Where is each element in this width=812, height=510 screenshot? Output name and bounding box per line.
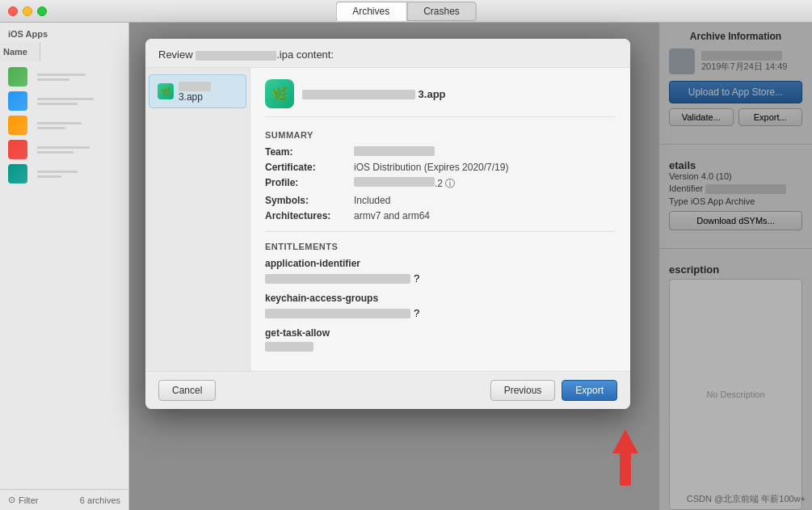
- ent3-value-blurred: [265, 342, 313, 352]
- dialog-file-item[interactable]: 🌿 3.app: [149, 74, 246, 108]
- dialog-action-buttons: Previous Export: [490, 380, 617, 401]
- row-bar: [37, 146, 90, 149]
- maximize-button[interactable]: [37, 6, 47, 16]
- dialog-title: Review .ipa content:: [158, 48, 334, 61]
- titlebar: Archives Crashes: [0, 0, 812, 23]
- export-button[interactable]: Export: [562, 380, 617, 401]
- dialog-backdrop: Review .ipa content: 🌿 3.app 🌿: [129, 23, 812, 510]
- dialog-main: 🌿 3.app SUMMARY Team: Certifica: [250, 68, 630, 371]
- profile-suffix: .2 ⓘ: [435, 177, 455, 191]
- profile-label: Profile:: [265, 177, 354, 191]
- team-value-blurred: [354, 146, 435, 156]
- review-dialog: Review .ipa content: 🌿 3.app 🌿: [145, 39, 630, 409]
- app-name: 3.app: [302, 88, 446, 100]
- ent2-name: keychain-access-groups: [265, 293, 616, 304]
- dialog-file-list: 🌿 3.app: [145, 68, 250, 371]
- row-bar: [37, 74, 86, 76]
- row-bar: [37, 98, 94, 100]
- list-item[interactable]: [0, 89, 128, 113]
- list-item[interactable]: [0, 113, 128, 137]
- blurred-appname: [302, 90, 415, 99]
- cert-label: Certificate:: [265, 162, 354, 173]
- main-layout: iOS Apps Name: [0, 23, 812, 510]
- arch-row: Architectures: armv7 and arm64: [265, 210, 616, 221]
- symbols-value: Included: [354, 195, 390, 206]
- ent2-value-blurred: [265, 309, 410, 318]
- row-bar: [37, 103, 78, 105]
- app-icon-large: 🌿: [265, 79, 294, 108]
- profile-row: Profile: .2 ⓘ: [265, 177, 616, 191]
- close-button[interactable]: [8, 6, 18, 16]
- row-bar: [37, 78, 69, 81]
- ent1-suffix: ?: [414, 272, 419, 285]
- team-label: Team:: [265, 146, 354, 158]
- entitlements-title: ENTITLEMENTS: [265, 242, 616, 251]
- ent3-value: [265, 342, 616, 352]
- tab-archives[interactable]: Archives: [335, 2, 406, 21]
- blurred-name: [179, 82, 211, 91]
- ent2-suffix: ?: [414, 307, 419, 319]
- sidebar-footer: ⊙ Filter 6 archives: [0, 489, 128, 510]
- dialog-header: Review .ipa content:: [145, 39, 630, 68]
- ent3-item: get-task-allow: [265, 327, 616, 352]
- row-bar: [37, 127, 65, 129]
- filter-icon: ⊙: [8, 495, 15, 505]
- ent1-value-blurred: [265, 274, 410, 284]
- archive-count: 6 archives: [80, 495, 120, 505]
- app-header: 🌿 3.app: [265, 79, 616, 117]
- summary-title: SUMMARY: [265, 130, 616, 140]
- list-item[interactable]: [0, 137, 128, 162]
- cert-row: Certificate: iOS Distribution (Expires 2…: [265, 162, 616, 173]
- app-icon-blue: [8, 91, 27, 111]
- sidebar-content: [0, 61, 128, 489]
- tab-crashes[interactable]: Crashes: [406, 2, 477, 21]
- minimize-button[interactable]: [23, 6, 32, 16]
- app-icon-small: 🌿: [158, 83, 174, 99]
- cancel-button[interactable]: Cancel: [158, 380, 216, 401]
- arrow-indicator: [612, 429, 638, 486]
- center-area: Review .ipa content: 🌿 3.app 🌿: [129, 23, 812, 510]
- section-divider: [265, 231, 616, 232]
- ent3-name: get-task-allow: [265, 327, 616, 339]
- sidebar-title: iOS Apps: [0, 23, 128, 42]
- cert-value: iOS Distribution (Expires 2020/7/19): [354, 162, 508, 173]
- dialog-footer: Cancel Previous Export: [145, 371, 630, 409]
- app-icon-teal: [8, 164, 27, 183]
- symbols-row: Symbols: Included: [265, 195, 616, 206]
- tab-bar: Archives Crashes: [335, 2, 477, 21]
- dialog-body: 🌿 3.app 🌿 3.app: [145, 68, 630, 371]
- left-sidebar: iOS Apps Name: [0, 23, 129, 510]
- ent2-item: keychain-access-groups ?: [265, 293, 616, 319]
- ent1-value: ?: [265, 272, 616, 285]
- arrow-head: [612, 429, 638, 453]
- ent2-value: ?: [265, 307, 616, 319]
- list-item[interactable]: [0, 162, 128, 186]
- list-item[interactable]: [0, 65, 128, 89]
- row-bar: [37, 151, 74, 154]
- app-icon-green: [8, 67, 27, 86]
- app-icon-red: [8, 140, 27, 159]
- arch-label: Architectures:: [265, 210, 354, 221]
- row-bar: [37, 122, 82, 124]
- traffic-lights: [0, 6, 47, 16]
- arrow-shaft: [620, 453, 631, 486]
- profile-value-blurred: [354, 177, 435, 187]
- previous-button[interactable]: Previous: [490, 380, 556, 401]
- row-bar: [37, 175, 61, 178]
- file-item-name: 3.app: [179, 80, 238, 103]
- row-bar: [37, 171, 78, 173]
- arch-value: armv7 and arm64: [354, 210, 430, 221]
- symbols-label: Symbols:: [265, 195, 354, 206]
- name-col: Name: [0, 42, 40, 61]
- filter-label: Filter: [19, 495, 38, 505]
- team-row: Team:: [265, 146, 616, 158]
- ent1-name: application-identifier: [265, 258, 616, 269]
- ent1-item: application-identifier ?: [265, 258, 616, 285]
- blurred-filename: [196, 51, 276, 61]
- app-icon-orange: [8, 116, 27, 135]
